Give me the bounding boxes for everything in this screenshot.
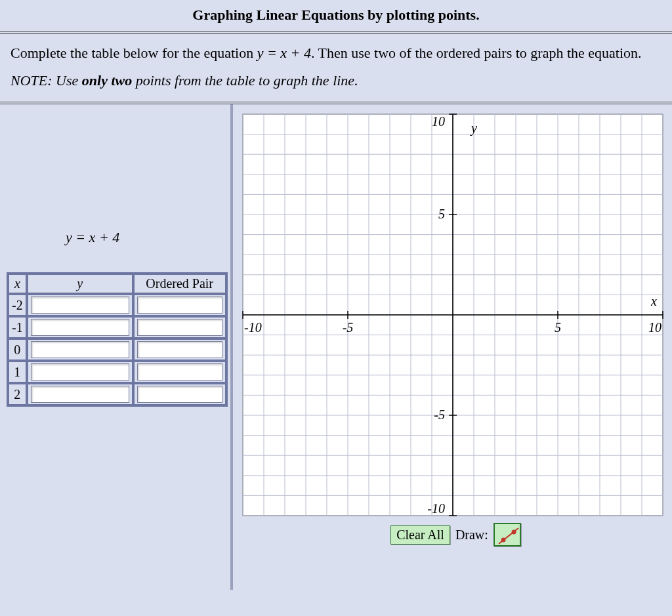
y-input[interactable] [31, 341, 129, 358]
col-header-x: x [8, 274, 27, 294]
svg-text:10: 10 [648, 320, 662, 335]
y-input[interactable] [31, 319, 129, 336]
instr-pre: Complete the table below for the equatio… [10, 45, 257, 61]
svg-text:5: 5 [555, 320, 561, 335]
instr-post: . Then use two of the ordered pairs to g… [311, 45, 642, 61]
x-value: -1 [8, 316, 27, 339]
pair-input[interactable] [137, 319, 222, 336]
x-value: 1 [8, 361, 27, 383]
equation-header: y = x + 4 [66, 229, 225, 246]
note-bold: only two [82, 72, 132, 89]
line-through-points-icon [495, 524, 522, 548]
coordinate-plane[interactable]: -10-5510-10-5510yx [240, 111, 666, 519]
note-pre: NOTE: Use [10, 72, 82, 89]
svg-text:x: x [650, 294, 657, 308]
pair-input[interactable] [137, 363, 222, 380]
svg-text:10: 10 [432, 114, 445, 129]
xy-table: x y Ordered Pair -2 -1 0 1 [7, 272, 228, 407]
clear-all-button[interactable]: Clear All [390, 525, 450, 544]
note-post: points from the table to graph the line. [132, 72, 358, 89]
svg-text:5: 5 [438, 207, 445, 221]
svg-text:-10: -10 [244, 320, 262, 335]
table-row: 0 [8, 339, 226, 361]
table-row: -1 [8, 316, 226, 339]
svg-text:-10: -10 [427, 501, 445, 516]
y-input[interactable] [31, 363, 129, 380]
grid-svg: -10-5510-10-5510yx [240, 111, 666, 519]
graph-panel: -10-5510-10-5510yx Clear All Draw: [233, 104, 672, 560]
table-row: -2 [8, 294, 226, 316]
svg-point-65 [511, 530, 516, 535]
svg-text:-5: -5 [434, 407, 445, 422]
instructions: Complete the table below for the equatio… [0, 34, 672, 102]
instructions-note: NOTE: Use only two points from the table… [10, 71, 662, 91]
svg-text:y: y [470, 121, 477, 136]
svg-point-64 [501, 538, 505, 543]
svg-text:-5: -5 [343, 320, 354, 335]
table-row: 2 [8, 383, 226, 405]
y-input[interactable] [31, 297, 129, 314]
page-title: Graphing Linear Equations by plotting po… [0, 0, 672, 31]
x-value: 0 [8, 339, 27, 361]
table-row: 1 [8, 361, 226, 383]
instr-equation: y = x + 4 [257, 45, 311, 61]
x-value: 2 [8, 383, 27, 405]
col-header-y: y [27, 274, 133, 294]
draw-label: Draw: [453, 527, 491, 543]
x-value: -2 [8, 294, 27, 316]
pair-input[interactable] [137, 297, 222, 314]
line-tool-button[interactable] [494, 523, 521, 546]
y-input[interactable] [31, 386, 129, 403]
col-header-pair: Ordered Pair [133, 274, 226, 294]
graph-controls: Clear All Draw: [240, 523, 672, 546]
pair-input[interactable] [137, 341, 222, 358]
table-panel: y = x + 4 x y Ordered Pair -2 -1 0 [0, 104, 233, 590]
pair-input[interactable] [137, 386, 222, 403]
